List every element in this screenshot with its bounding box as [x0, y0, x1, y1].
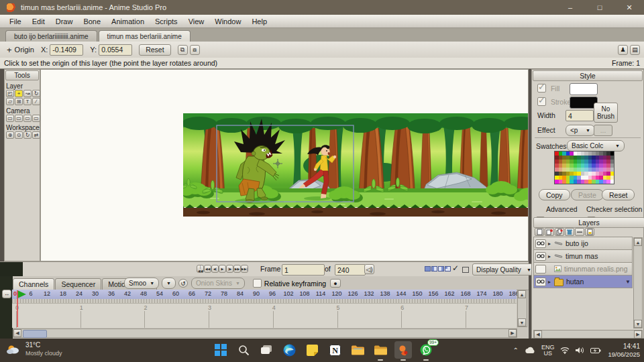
layer-tool-icon-0[interactable]: ◰ — [6, 90, 14, 97]
actions-panel-icon[interactable]: ♟ — [618, 45, 628, 55]
menu-view[interactable]: View — [183, 16, 210, 27]
scroll-up-icon[interactable]: ▲ — [634, 238, 642, 246]
frame-ruler[interactable]: 0 61218243036424854606672788490961021081… — [12, 290, 517, 300]
new-layer-button[interactable] — [535, 228, 544, 236]
layer-visibility-toggle[interactable] — [535, 252, 546, 261]
layer-tool-icon-2[interactable]: ↝ — [23, 90, 32, 97]
scroll-down-icon[interactable]: ▼ — [518, 318, 526, 326]
current-frame-input[interactable] — [282, 264, 325, 276]
fill-color-swatch[interactable] — [570, 83, 598, 95]
doc-tab-timun-mas-berlariii-anime[interactable]: timun mas berlariii.anime — [99, 30, 191, 42]
layer-row-buto-ijo[interactable]: ▸buto ijo — [533, 237, 633, 250]
copy-frame-icon[interactable]: ⧉ — [178, 45, 188, 55]
camera-tool-icon-1[interactable]: ▭ — [15, 115, 23, 122]
playhead-line[interactable] — [17, 290, 18, 327]
no-brush-button[interactable]: No Brush — [594, 103, 618, 123]
interpolation-dropdown[interactable]: Smoo▼ — [124, 278, 159, 289]
timeline-options-icon[interactable]: ↔ — [2, 290, 11, 298]
taskbar-app-edge[interactable] — [280, 341, 298, 359]
taskbar-app-sticky-notes[interactable] — [303, 341, 321, 359]
lock-icon[interactable]: ● — [330, 279, 341, 288]
delete-layer-button[interactable] — [565, 228, 574, 236]
battery-icon[interactable] — [590, 347, 601, 354]
jump-end-button[interactable]: ▶▶| — [241, 265, 248, 273]
scroll-up-icon[interactable]: ▲ — [518, 290, 526, 298]
layer-visibility-toggle[interactable] — [535, 265, 546, 274]
timeline-horizontal-scrollbar[interactable]: ◀ ▶ — [13, 328, 517, 338]
workspace-tool-icon-2[interactable]: ↻ — [23, 131, 32, 139]
timeline-vertical-scrollbar[interactable]: ▲ ▼ — [517, 290, 527, 327]
display-quality-dropdown[interactable]: Display Quality ▼ — [472, 263, 535, 276]
layer-menu-caret-icon[interactable]: ▼ — [625, 279, 631, 285]
taskbar-app-folder-documents[interactable] — [349, 341, 366, 359]
wifi-icon[interactable] — [560, 347, 570, 354]
step-back-button[interactable]: ◀| — [211, 265, 219, 273]
menu-window[interactable]: Window — [209, 16, 246, 27]
taskbar-app-notion[interactable]: N — [326, 341, 343, 359]
menu-help[interactable]: Help — [246, 16, 272, 27]
stroke-checkbox[interactable] — [537, 97, 546, 106]
reset-origin-button[interactable]: Reset — [139, 44, 170, 56]
layer-tool-icon-4[interactable]: ▱ — [6, 98, 14, 105]
taskbar-app-anime-studio[interactable] — [394, 341, 412, 359]
playhead-marker[interactable] — [17, 290, 26, 298]
audio-toggle-icon[interactable]: ◁) — [364, 264, 374, 274]
library-panel-icon[interactable]: ▤ — [630, 45, 640, 55]
layer-visibility-toggle[interactable] — [535, 278, 546, 286]
scroll-left-icon[interactable]: ◀ — [534, 330, 542, 339]
close-button[interactable]: ✕ — [614, 0, 644, 15]
scroll-right-icon[interactable]: ▶ — [634, 330, 642, 339]
menu-edit[interactable]: Edit — [27, 16, 50, 27]
copy-layer-button[interactable] — [555, 228, 564, 236]
jump-start-button[interactable]: |◀◀ — [197, 265, 204, 273]
layer-tool-icon-7[interactable]: ∕ — [32, 98, 40, 105]
taskbar-app-whatsapp[interactable]: 99+ — [417, 341, 435, 359]
origin-x-input[interactable] — [50, 44, 83, 56]
fill-checkbox[interactable] — [537, 84, 546, 93]
taskbar-app-search[interactable] — [235, 341, 252, 359]
layer-tool-icon-6[interactable]: T — [23, 98, 32, 105]
prev-keyframe-button[interactable]: ◀◀ — [204, 265, 211, 273]
effect-dropdown[interactable]: <p▼ — [566, 125, 595, 136]
scrollbar-thumb[interactable] — [23, 330, 47, 338]
camera-tool-icon-3[interactable]: ▭ — [32, 115, 40, 122]
timeline-track[interactable]: 01234567 — [12, 303, 517, 328]
layer-row-hutan[interactable]: ▸hutan▼ — [533, 275, 633, 288]
layers-vertical-scrollbar[interactable]: ▲ ▼ — [633, 237, 643, 328]
maximize-button[interactable]: □ — [585, 0, 614, 15]
tray-chevron-up-icon[interactable]: ⌃ — [513, 347, 519, 354]
taskbar-app-file-explorer[interactable] — [372, 341, 389, 359]
minimize-button[interactable]: – — [555, 0, 585, 15]
single-view-icon[interactable] — [425, 266, 431, 272]
copy-style-button[interactable]: Copy — [539, 189, 570, 200]
onion-skins-dropdown[interactable]: Onion Skins▼ — [191, 278, 245, 289]
weather-widget[interactable]: 31°C Mostly cloudy — [5, 341, 62, 357]
onedrive-cloud-icon[interactable] — [525, 347, 535, 354]
layer-row-timunman-realis-png[interactable]: timunman realis.png — [533, 262, 633, 276]
total-frames-input[interactable] — [335, 264, 366, 276]
taskbar-app-windows-start[interactable] — [212, 341, 229, 359]
layer-row-timun-mas[interactable]: ▸timun mas — [533, 249, 633, 263]
volume-icon[interactable] — [576, 347, 584, 354]
clock-widget[interactable]: 14:4119/06/2025 — [608, 343, 640, 359]
split-vertical-icon[interactable] — [431, 266, 437, 272]
taskbar-app-task-view[interactable] — [258, 341, 275, 359]
workspace-tool-icon-1[interactable]: ⊙ — [15, 131, 23, 139]
menu-scripts[interactable]: Scripts — [150, 16, 183, 27]
layer-tool-icon-5[interactable]: ⊞ — [15, 98, 23, 105]
step-forward-button[interactable]: |▶ — [226, 265, 233, 273]
language-indicator[interactable]: ENGUS — [541, 345, 555, 357]
layer-expander-icon[interactable]: ▸ — [548, 279, 553, 285]
camera-tool-icon-2[interactable]: ▭ — [23, 115, 32, 122]
enable-check-icon[interactable]: ✓ — [452, 263, 459, 273]
remove-button[interactable] — [575, 228, 584, 236]
relative-keyframing-checkbox[interactable] — [253, 279, 262, 288]
layer-comp-button[interactable] — [585, 228, 594, 236]
secondary-dropdown[interactable]: ▼ — [162, 278, 176, 289]
layer-tool-icon-3[interactable]: ↻ — [32, 90, 40, 97]
menu-draw[interactable]: Draw — [50, 16, 78, 27]
paste-frame-icon[interactable]: ⧇ — [190, 45, 200, 55]
reset-style-button[interactable]: Reset — [602, 189, 635, 200]
scroll-down-icon[interactable]: ▼ — [634, 320, 642, 328]
layer-tool-icon-1[interactable]: + — [15, 90, 23, 97]
